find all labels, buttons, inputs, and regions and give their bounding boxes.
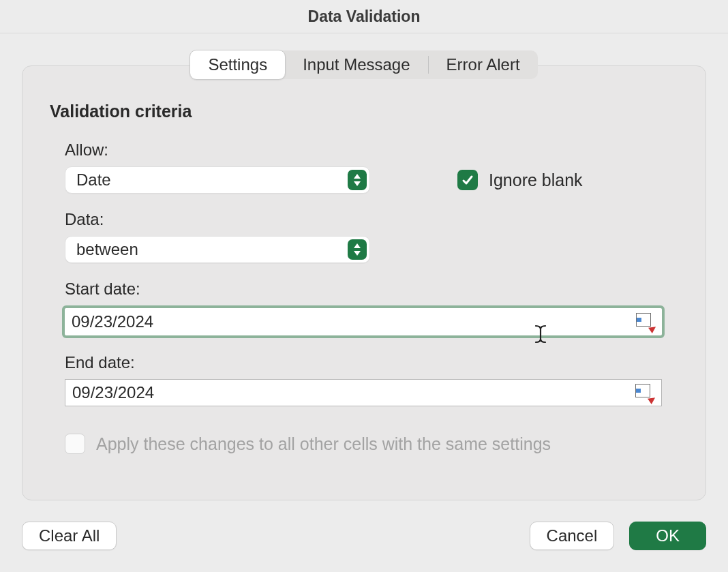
ignore-blank-checkbox[interactable] — [457, 170, 478, 190]
button-bar: Clear All Cancel OK — [22, 522, 706, 550]
cancel-button[interactable]: Cancel — [530, 522, 615, 550]
end-date-label: End date: — [65, 353, 678, 372]
section-title: Validation criteria — [50, 102, 678, 121]
button-label: Cancel — [547, 526, 598, 545]
svg-marker-2 — [354, 243, 361, 248]
dialog-title: Data Validation — [308, 7, 421, 26]
updown-arrows-icon — [348, 170, 367, 190]
end-date-input[interactable]: 09/23/2024 — [65, 379, 662, 406]
clear-all-button[interactable]: Clear All — [22, 522, 117, 550]
settings-panel: Validation criteria Allow: Date Ignore b… — [22, 65, 706, 500]
updown-arrows-icon — [348, 239, 367, 260]
data-label: Data: — [65, 210, 678, 229]
button-label: Clear All — [39, 526, 100, 545]
tab-label: Settings — [208, 55, 267, 74]
range-picker-icon[interactable] — [636, 313, 655, 331]
ignore-blank-checkbox-wrap[interactable]: Ignore blank — [457, 170, 583, 190]
tab-strip: Settings Input Message Error Alert — [0, 50, 728, 79]
start-date-input[interactable]: 09/23/2024 — [62, 305, 665, 338]
allow-label: Allow: — [65, 140, 678, 160]
svg-marker-1 — [354, 181, 361, 186]
apply-to-all-row[interactable]: Apply these changes to all other cells w… — [65, 434, 678, 454]
ok-button[interactable]: OK — [629, 522, 706, 550]
tab-label: Input Message — [303, 55, 410, 74]
allow-combobox[interactable]: Date — [65, 166, 370, 194]
check-icon — [461, 173, 474, 187]
tab-label: Error Alert — [446, 55, 520, 74]
data-combobox[interactable]: between — [65, 236, 370, 263]
allow-value: Date — [76, 170, 348, 190]
start-date-value: 09/23/2024 — [72, 312, 636, 331]
tab-settings[interactable]: Settings — [189, 50, 286, 80]
svg-marker-3 — [354, 251, 361, 256]
tab-error-alert[interactable]: Error Alert — [429, 50, 538, 79]
apply-to-all-checkbox[interactable] — [65, 434, 85, 454]
form-area: Allow: Date Ignore blank Data: — [50, 140, 678, 454]
tabs: Settings Input Message Error Alert — [190, 50, 537, 79]
start-date-label: Start date: — [65, 280, 678, 299]
button-label: OK — [656, 526, 680, 545]
svg-marker-0 — [354, 174, 361, 179]
range-picker-icon[interactable] — [635, 384, 654, 402]
ignore-blank-label: Ignore blank — [489, 170, 583, 190]
data-value: between — [76, 240, 348, 259]
end-date-value: 09/23/2024 — [72, 383, 635, 402]
dialog-title-bar: Data Validation — [0, 0, 728, 33]
tab-input-message[interactable]: Input Message — [285, 50, 427, 79]
apply-to-all-label: Apply these changes to all other cells w… — [96, 434, 551, 454]
